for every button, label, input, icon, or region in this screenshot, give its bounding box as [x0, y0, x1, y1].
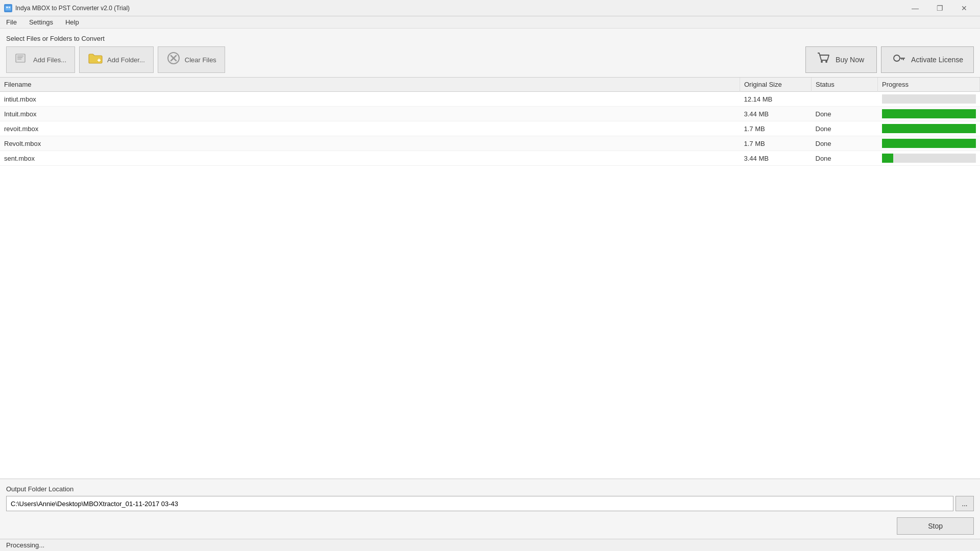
svg-point-14	[894, 55, 900, 61]
action-row: Stop	[6, 517, 974, 535]
clear-files-label: Clear Files	[185, 56, 216, 64]
menu-help[interactable]: Help	[63, 17, 81, 27]
toolbar-section: Select Files or Folders to Convert Add F…	[0, 29, 980, 77]
table-row: Intuit.mbox3.44 MBDone	[0, 107, 980, 121]
output-label: Output Folder Location	[6, 485, 974, 493]
add-files-icon	[15, 51, 29, 68]
progress-bar-container	[882, 94, 976, 104]
progress-bar-fill	[882, 109, 976, 118]
table-row: intiut.mbox12.14 MB	[0, 92, 980, 107]
add-folder-icon	[88, 51, 103, 68]
svg-rect-6	[17, 59, 21, 60]
svg-rect-3	[16, 54, 25, 62]
add-folder-button[interactable]: Add Folder...	[79, 46, 154, 73]
table-row: sent.mbox3.44 MBDone	[0, 151, 980, 166]
table-row: Revolt.mbox1.7 MBDone	[0, 136, 980, 151]
activate-license-button[interactable]: Activate License	[881, 46, 974, 73]
add-files-label: Add Files...	[33, 56, 66, 64]
stop-button[interactable]: Stop	[897, 517, 974, 535]
cell-status: Done	[812, 107, 878, 121]
progress-bar-container	[882, 139, 976, 148]
app-title: Indya MBOX to PST Converter v2.0 (Trial)	[15, 5, 130, 12]
cell-status	[812, 92, 878, 107]
menu-file[interactable]: File	[4, 17, 19, 27]
svg-rect-4	[17, 56, 23, 57]
status-text: Processing...	[6, 541, 44, 549]
cell-progress	[878, 92, 980, 107]
cell-filename: sent.mbox	[0, 151, 740, 166]
cart-icon	[816, 51, 830, 69]
right-buttons: Buy Now Activate License	[805, 46, 974, 73]
bottom-section: Output Folder Location ... Stop	[0, 479, 980, 539]
buy-now-label: Buy Now	[836, 56, 864, 64]
cell-status: Done	[812, 136, 878, 151]
col-header-size: Original Size	[740, 78, 812, 92]
file-list-section: Filename Original Size Status Progress i…	[0, 77, 980, 479]
cell-progress	[878, 121, 980, 136]
cell-progress	[878, 107, 980, 121]
main-content: Select Files or Folders to Convert Add F…	[0, 29, 980, 551]
status-bar: Processing...	[0, 539, 980, 551]
cell-filename: Intuit.mbox	[0, 107, 740, 121]
output-path-input[interactable]	[6, 496, 953, 511]
cell-size: 3.44 MB	[740, 107, 812, 121]
progress-bar-container	[882, 154, 976, 163]
clear-files-icon	[166, 51, 181, 68]
add-files-button[interactable]: Add Files...	[6, 46, 75, 73]
activate-license-label: Activate License	[911, 56, 963, 64]
clear-files-button[interactable]: Clear Files	[158, 46, 225, 73]
file-table: Filename Original Size Status Progress i…	[0, 78, 980, 166]
table-header-row: Filename Original Size Status Progress	[0, 78, 980, 92]
cell-filename: intiut.mbox	[0, 92, 740, 107]
svg-rect-1	[6, 7, 8, 8]
progress-bar-container	[882, 124, 976, 133]
col-header-progress: Progress	[878, 78, 980, 92]
menu-settings[interactable]: Settings	[27, 17, 55, 27]
cell-progress	[878, 151, 980, 166]
close-button[interactable]: ✕	[952, 0, 976, 16]
title-bar: Indya MBOX to PST Converter v2.0 (Trial)…	[0, 0, 980, 16]
cell-size: 1.7 MB	[740, 121, 812, 136]
menu-bar: File Settings Help	[0, 16, 980, 29]
svg-point-12	[821, 61, 823, 63]
progress-bar-fill	[882, 154, 893, 163]
add-folder-label: Add Folder...	[107, 56, 145, 64]
svg-rect-5	[17, 57, 22, 58]
cell-size: 3.44 MB	[740, 151, 812, 166]
file-table-body: intiut.mbox12.14 MBIntuit.mbox3.44 MBDon…	[0, 92, 980, 166]
title-bar-left: Indya MBOX to PST Converter v2.0 (Trial)	[4, 4, 130, 12]
cell-size: 12.14 MB	[740, 92, 812, 107]
cell-progress	[878, 136, 980, 151]
col-header-filename: Filename	[0, 78, 740, 92]
browse-button[interactable]: ...	[955, 496, 974, 511]
cell-size: 1.7 MB	[740, 136, 812, 151]
buy-now-button[interactable]: Buy Now	[805, 46, 877, 73]
cell-status: Done	[812, 151, 878, 166]
app-icon	[4, 4, 12, 12]
svg-point-13	[825, 61, 827, 63]
title-bar-controls: — ❐ ✕	[903, 0, 976, 16]
progress-bar-container	[882, 109, 976, 118]
cell-filename: Revolt.mbox	[0, 136, 740, 151]
progress-bar-fill	[882, 124, 976, 133]
toolbar-buttons: Add Files... Add Folder...	[6, 46, 974, 73]
cell-filename: revoit.mbox	[0, 121, 740, 136]
cell-status: Done	[812, 121, 878, 136]
svg-rect-2	[9, 7, 10, 8]
table-row: revoit.mbox1.7 MBDone	[0, 121, 980, 136]
output-row: ...	[6, 496, 974, 511]
minimize-button[interactable]: —	[903, 0, 927, 16]
col-header-status: Status	[812, 78, 878, 92]
toolbar-label: Select Files or Folders to Convert	[6, 35, 974, 42]
progress-bar-fill	[882, 139, 976, 148]
maximize-button[interactable]: ❐	[928, 0, 951, 16]
key-icon	[892, 51, 906, 69]
